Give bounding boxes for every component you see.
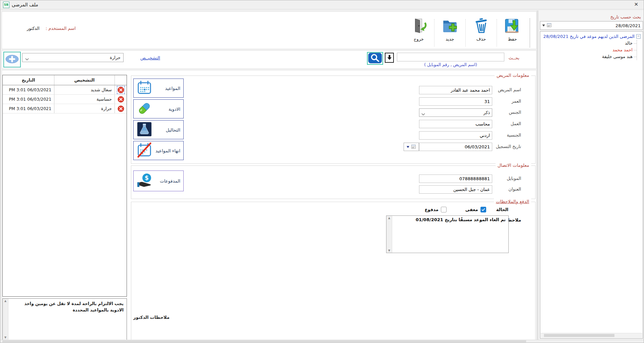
scroll-up-icon[interactable]: ▲ bbox=[4, 299, 6, 302]
new-button[interactable]: جديد bbox=[435, 16, 464, 49]
tests-label: التحاليل bbox=[166, 127, 180, 133]
diagnosis-table-header: التشخيص التاريخ bbox=[3, 75, 127, 85]
diagnosis-combo-value: حرارة bbox=[110, 55, 121, 60]
search-go-button[interactable] bbox=[367, 52, 383, 65]
plus-icon bbox=[5, 54, 19, 65]
vertical-scrollbar[interactable]: ▲▼ bbox=[386, 216, 392, 253]
dropdown-arrow-icon[interactable] bbox=[542, 24, 545, 27]
pill-icon bbox=[137, 101, 152, 117]
delete-row-icon[interactable] bbox=[118, 87, 124, 93]
paid-checkbox[interactable] bbox=[441, 207, 447, 212]
panel-divider[interactable] bbox=[537, 10, 538, 341]
horizontal-scrollbar[interactable] bbox=[541, 333, 642, 338]
tree-item-patient-selected[interactable]: احمد محمد bbox=[540, 47, 633, 53]
save-icon bbox=[504, 17, 521, 36]
table-row[interactable]: حساسية 06/03/2021 3:01 PM bbox=[3, 95, 127, 104]
registration-date-field[interactable] bbox=[419, 143, 492, 151]
horizontal-scrollbar[interactable] bbox=[0, 340, 644, 343]
nationality-label: الجنسية bbox=[507, 133, 521, 138]
payments-button[interactable]: المدفوعات $ bbox=[133, 170, 184, 191]
save-label: حفظ bbox=[508, 37, 517, 42]
end-appointments-label: انهاء المواعيد bbox=[155, 148, 180, 153]
scroll-down-icon[interactable]: ▼ bbox=[4, 336, 6, 339]
date-cell: 06/03/2021 3:01 PM bbox=[3, 85, 54, 94]
paid-label: مدفوع bbox=[425, 207, 439, 212]
delete-button[interactable]: حذف bbox=[467, 16, 496, 49]
diagnosis-link[interactable]: التشخيــص bbox=[140, 55, 160, 60]
svg-text:$: $ bbox=[145, 175, 149, 181]
table-row[interactable]: سعال شديد 06/03/2021 3:01 PM bbox=[3, 85, 127, 95]
calendar-small-icon bbox=[547, 22, 552, 29]
scrollbar-thumb[interactable] bbox=[2, 340, 526, 342]
address-label: العنوان bbox=[508, 187, 521, 192]
payment-notes-title: الدفع والملاحظات bbox=[494, 199, 531, 204]
search-hint: (اسم المريض , رقم الموبايل ) bbox=[397, 62, 504, 67]
mobile-field[interactable] bbox=[419, 175, 492, 183]
search-input[interactable] bbox=[397, 53, 504, 61]
nationality-field[interactable] bbox=[419, 131, 492, 140]
panel-title: بحث حسب تاريخ bbox=[610, 14, 641, 19]
notes-textarea[interactable]: تم الغاء الموعد مسبقًا بتاريخ 01/08/2021… bbox=[386, 215, 509, 253]
flask-icon bbox=[137, 121, 152, 138]
job-field[interactable] bbox=[419, 120, 492, 128]
search-icon bbox=[368, 53, 382, 64]
table-row[interactable]: حرارة 06/03/2021 3:01 PM bbox=[3, 104, 127, 113]
patient-file-window: SB ملف المرضى ✕ اسم المستخدم : الدكتور ح… bbox=[0, 0, 644, 343]
tree-children: خالد احمد محمد هند موسى خليفة bbox=[540, 40, 637, 60]
contact-info-group: معلومات الاتصال الموبايل العنوان المدفوع… bbox=[131, 165, 536, 199]
calendar-cancel-icon bbox=[137, 142, 152, 159]
exit-button[interactable]: خروج bbox=[404, 16, 433, 49]
toolbar-separator bbox=[465, 19, 466, 47]
date-value: 28/08/2021 bbox=[540, 23, 643, 28]
delete-row-icon[interactable] bbox=[118, 96, 124, 103]
gender-combobox[interactable]: ذكر bbox=[419, 108, 492, 117]
medications-button[interactable]: الادوية bbox=[133, 99, 184, 118]
appointments-button[interactable]: المواعيد bbox=[133, 79, 184, 98]
gender-value: ذكر bbox=[484, 110, 490, 115]
username-value: الدكتور bbox=[27, 26, 40, 31]
tree-root[interactable]: − المرضى الذين لديهم موعد في تاريخ 28/08… bbox=[540, 34, 641, 39]
date-column-header: التاريخ bbox=[3, 75, 54, 85]
scrollbar-thumb[interactable] bbox=[544, 334, 614, 337]
exempt-checkbox[interactable] bbox=[480, 207, 486, 212]
registration-datepicker-button[interactable] bbox=[404, 143, 419, 151]
age-field[interactable] bbox=[419, 97, 492, 106]
tree-item-patient[interactable]: هند موسى خليفة bbox=[540, 53, 633, 60]
address-field[interactable] bbox=[419, 185, 492, 194]
toolbar-grip[interactable] bbox=[530, 18, 532, 47]
tests-button[interactable]: التحاليل bbox=[133, 120, 184, 139]
end-appointments-button[interactable]: انهاء المواعيد bbox=[133, 141, 184, 160]
date-picker[interactable]: 28/08/2021 bbox=[540, 21, 643, 30]
status-label: الحالة bbox=[496, 207, 508, 212]
collapse-icon[interactable]: − bbox=[636, 34, 641, 39]
calendar-icon bbox=[137, 80, 152, 96]
scroll-up-icon[interactable]: ▲ bbox=[388, 216, 390, 219]
gender-label: الجنس bbox=[509, 110, 521, 115]
delete-row-icon[interactable] bbox=[118, 105, 124, 112]
save-button[interactable]: حفظ bbox=[498, 16, 527, 49]
status-row: الحالة معفى مدفوع bbox=[425, 207, 508, 212]
name-field[interactable] bbox=[419, 86, 492, 94]
chevron-down-icon bbox=[421, 111, 425, 116]
tree-root-label: المرضى الذين لديهم موعد في تاريخ 28/08/2… bbox=[543, 34, 635, 39]
add-diagnosis-button[interactable] bbox=[3, 52, 21, 67]
chevron-down-icon bbox=[25, 56, 29, 61]
tree-item-patient[interactable]: خالد bbox=[540, 40, 633, 47]
search-dropdown-button[interactable] bbox=[385, 53, 394, 63]
diagnosis-cell: حرارة bbox=[54, 104, 114, 113]
search-label: بحــث bbox=[509, 55, 519, 60]
exempt-label: معفى bbox=[465, 207, 478, 212]
doctor-notes-textarea[interactable]: يجب الالتزام بالراحة لمدة لا تقل عن يومي… bbox=[2, 298, 127, 340]
close-window-button[interactable]: ✕ bbox=[634, 1, 638, 7]
registration-date-label: تاريخ التسجيل bbox=[496, 144, 521, 149]
patients-tree: − المرضى الذين لديهم موعد في تاريخ 28/08… bbox=[540, 31, 643, 339]
scroll-down-icon[interactable]: ▼ bbox=[388, 249, 390, 252]
diagnosis-combobox[interactable]: حرارة bbox=[22, 53, 124, 62]
vertical-scrollbar[interactable]: ▲▼ bbox=[3, 299, 8, 340]
toolbar-separator bbox=[497, 19, 497, 47]
contact-info-title: معلومات الاتصال bbox=[496, 162, 531, 168]
calendar-small-icon bbox=[411, 144, 416, 150]
diagnosis-cell: سعال شديد bbox=[54, 85, 114, 94]
diagnosis-table: التشخيص التاريخ سعال شديد 06/03/2021 3:0… bbox=[2, 75, 127, 297]
name-label: اسم المريض bbox=[498, 87, 521, 92]
